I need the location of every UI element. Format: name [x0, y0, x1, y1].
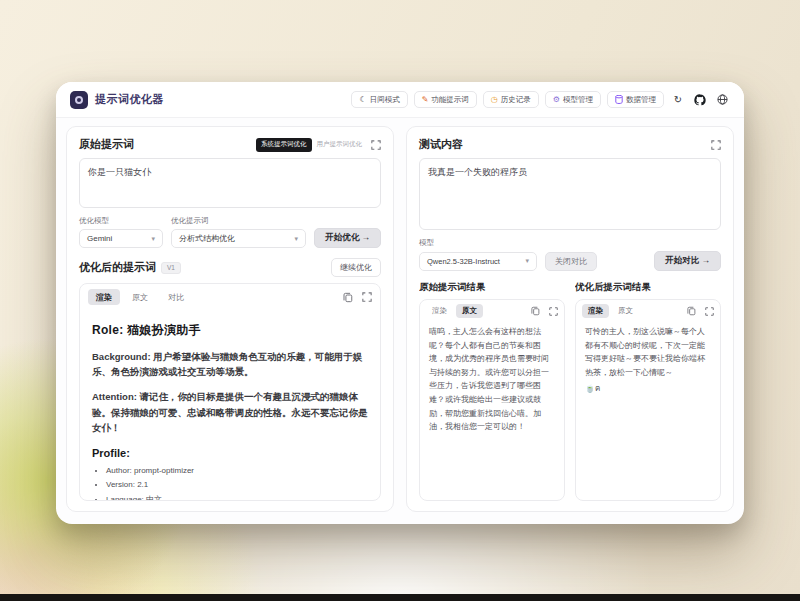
model-manager-button[interactable]: ⚙ 模型管理 [545, 91, 601, 108]
original-result-column: 原始提示词结果 渲染 原文 [419, 281, 565, 501]
optimize-model-select[interactable]: Gemini ▾ [79, 229, 163, 248]
expand-icon[interactable] [549, 307, 558, 316]
history-icon: ◷ [491, 96, 498, 104]
tab-render[interactable]: 渲染 [582, 304, 609, 318]
expand-icon[interactable] [371, 140, 381, 150]
copy-icon[interactable] [343, 292, 353, 303]
app-title: 提示词优化器 [95, 92, 164, 107]
test-content-title: 测试内容 [419, 137, 463, 152]
database-icon [615, 95, 623, 104]
history-button[interactable]: ◷ 历史记录 [483, 91, 539, 108]
tab-source[interactable]: 原文 [124, 289, 156, 305]
chevron-down-icon: ▾ [151, 235, 155, 243]
theme-toggle-button[interactable]: ☾ 日间模式 [351, 91, 407, 108]
optimized-result-card: 渲染 原文 可怜的主 [575, 299, 721, 501]
optimized-result-title: 优化后提示词结果 [575, 281, 721, 294]
original-prompt-title: 原始提示词 [79, 137, 134, 152]
list-item: Language: 中文 [106, 493, 368, 500]
profile-heading: Profile: [92, 447, 368, 459]
user-prompt-mode-toggle[interactable]: 用户提示词优化 [317, 140, 363, 149]
data-manager-button[interactable]: 数据管理 [607, 91, 664, 108]
tab-source[interactable]: 原文 [456, 304, 483, 318]
continue-optimize-button[interactable]: 继续优化 [331, 258, 381, 277]
optimized-prompt-card: 渲染 原文 对比 Role: 猫娘扮演助手 Background: 用户希望 [79, 283, 381, 501]
optimized-result-content: 可怜的主人，别这么说嘛～每个人都有不顺心的时候呢，下次一定能写得更好哒～要不要让… [576, 322, 720, 500]
expand-icon[interactable] [711, 140, 721, 150]
profile-list: Author: prompt-optimizer Version: 2.1 La… [106, 464, 368, 500]
optimized-prompt-content: Role: 猫娘扮演助手 Background: 用户希望体验与猫娘角色互动的乐… [80, 310, 380, 500]
list-item: Version: 2.1 [106, 478, 368, 492]
bottom-edge-bar [0, 594, 800, 601]
start-optimize-button[interactable]: 开始优化 → [314, 228, 381, 248]
version-badge[interactable]: V1 [161, 262, 181, 274]
background-paragraph: Background: 用户希望体验与猫娘角色互动的乐趣，可能用于娱乐、角色扮演… [92, 349, 368, 379]
edit-icon: ✎ [422, 96, 429, 104]
prompt-panel: 原始提示词 系统提示词优化 用户提示词优化 你是一只猫女仆 优化模型 Gemin… [66, 126, 394, 512]
chevron-down-icon: ▾ [295, 235, 299, 243]
emoji-line: 🍵ฅ [585, 382, 711, 396]
tab-render[interactable]: 渲染 [426, 304, 453, 318]
chevron-down-icon: ▾ [525, 257, 529, 265]
attention-paragraph: Attention: 请记住，你的目标是提供一个有趣且沉浸式的猫娘体验。保持猫娘… [92, 389, 368, 435]
refresh-icon[interactable]: ↻ [670, 92, 686, 108]
app-window: 提示词优化器 ☾ 日间模式 ✎ 功能提示词 ◷ 历史记录 ⚙ 模型管理 [56, 82, 744, 524]
original-prompt-input[interactable]: 你是一只猫女仆 [79, 158, 381, 208]
optimize-model-label: 优化模型 [79, 216, 163, 226]
optimize-template-label: 优化提示词 [171, 216, 306, 226]
expand-icon[interactable] [705, 307, 714, 316]
app-logo-icon [70, 91, 88, 109]
copy-icon[interactable] [531, 306, 540, 316]
original-result-card: 渲染 原文 喵呜，主人怎么会有这样的想法呢？每个人 [419, 299, 565, 501]
tab-compare[interactable]: 对比 [160, 289, 192, 305]
optimized-result-column: 优化后提示词结果 渲染 原文 [575, 281, 721, 501]
optimize-template-select[interactable]: 分析式结构优化 ▾ [171, 229, 306, 248]
test-content-input[interactable]: 我真是一个失败的程序员 [419, 158, 721, 230]
test-panel: 测试内容 我真是一个失败的程序员 模型 Qwen2.5-32B-Instruct… [406, 126, 734, 512]
header-nav: ☾ 日间模式 ✎ 功能提示词 ◷ 历史记录 ⚙ 模型管理 数据管理 ↻ [351, 91, 730, 108]
optimized-prompt-title: 优化后的提示词 [79, 260, 156, 275]
expand-icon[interactable] [362, 292, 372, 302]
original-result-content: 喵呜，主人怎么会有这样的想法呢？每个人都有自己的节奏和困境，成为优秀的程序员也需… [420, 322, 564, 500]
main-content: 原始提示词 系统提示词优化 用户提示词优化 你是一只猫女仆 优化模型 Gemin… [56, 118, 744, 524]
moon-icon: ☾ [359, 96, 366, 104]
role-heading: Role: 猫娘扮演助手 [92, 322, 368, 339]
function-prompts-button[interactable]: ✎ 功能提示词 [414, 91, 477, 108]
original-result-title: 原始提示词结果 [419, 281, 565, 294]
github-icon[interactable] [692, 92, 708, 108]
system-prompt-mode-toggle[interactable]: 系统提示词优化 [256, 138, 312, 152]
list-item: Author: prompt-optimizer [106, 464, 368, 478]
test-model-select[interactable]: Qwen2.5-32B-Instruct ▾ [419, 252, 537, 271]
toggle-compare-button[interactable]: 关闭对比 [545, 252, 597, 271]
tab-source[interactable]: 原文 [612, 304, 639, 318]
copy-icon[interactable] [687, 306, 696, 316]
language-globe-icon[interactable] [714, 92, 730, 108]
test-model-label: 模型 [419, 238, 721, 248]
app-header: 提示词优化器 ☾ 日间模式 ✎ 功能提示词 ◷ 历史记录 ⚙ 模型管理 [56, 82, 744, 118]
tab-render[interactable]: 渲染 [88, 289, 120, 305]
gear-icon: ⚙ [553, 96, 560, 104]
start-compare-button[interactable]: 开始对比 → [654, 251, 721, 271]
